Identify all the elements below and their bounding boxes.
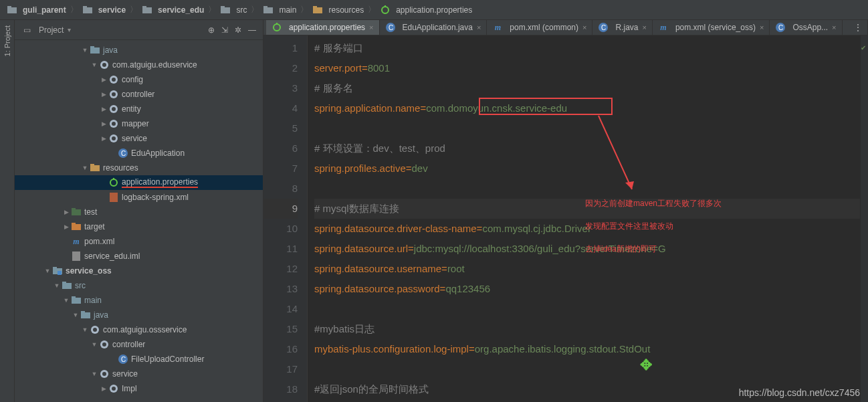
ok-indicator: ✔: [861, 38, 866, 58]
tree-item[interactable]: ▶target: [15, 219, 263, 234]
project-title: Project: [39, 25, 64, 35]
svg-rect-30: [90, 165, 100, 171]
highlight-box: [479, 98, 613, 115]
hide-icon[interactable]: —: [248, 25, 256, 35]
editor-tab[interactable]: COssApp...×: [770, 20, 842, 35]
editor-tab[interactable]: CEduApplication.java×: [380, 20, 487, 35]
svg-rect-45: [72, 298, 81, 304]
svg-rect-36: [72, 208, 76, 210]
svg-point-23: [112, 107, 116, 111]
svg-rect-4: [142, 7, 152, 13]
sidebar-header: ▭Project ▾ ⊕ ⇲ ✲ —: [15, 20, 263, 40]
close-icon[interactable]: ×: [369, 23, 373, 31]
tool-strip: 1: Project: [0, 20, 15, 402]
tree-item[interactable]: ▼java: [15, 308, 263, 322]
tree-item[interactable]: ▶config: [15, 72, 263, 87]
tree-item[interactable]: service_edu.iml: [15, 249, 263, 264]
tree-item[interactable]: CEduApplication: [15, 146, 263, 161]
project-tree[interactable]: ▼java▼com.atguigu.eduservice▶config▶cont…: [15, 40, 263, 402]
svg-rect-35: [72, 209, 81, 215]
svg-rect-37: [72, 224, 81, 230]
tree-item[interactable]: ▼service_oss: [15, 264, 263, 278]
bc-1[interactable]: service: [81, 5, 127, 15]
tree-item[interactable]: ▼java: [15, 43, 263, 58]
tree-item[interactable]: ▼main: [15, 293, 263, 308]
svg-rect-8: [263, 7, 273, 13]
collapse-all-icon[interactable]: ⇲: [221, 25, 228, 35]
editor-tab[interactable]: mpom.xml (common)×: [487, 20, 592, 35]
move-cursor-icon: ✥: [640, 355, 652, 375]
bc-4[interactable]: main: [261, 5, 298, 15]
tree-item[interactable]: application.properties: [15, 175, 263, 190]
code-lines[interactable]: 因为之前创建maven工程失败了很多次 发现配置文件这里被改动 去掉idea新增…: [308, 35, 860, 402]
close-icon[interactable]: ×: [643, 23, 647, 31]
more-tabs[interactable]: ⋮: [849, 20, 868, 35]
svg-rect-42: [58, 271, 62, 275]
svg-rect-6: [221, 7, 230, 13]
bc-3[interactable]: src: [219, 5, 248, 15]
svg-rect-0: [7, 7, 17, 13]
tree-item[interactable]: CFileUploadController: [15, 352, 263, 367]
project-sidebar: ▭Project ▾ ⊕ ⇲ ✲ — ▼java▼com.atguigu.edu…: [15, 20, 263, 402]
editor-tab[interactable]: mpom.xml (service_oss)×: [653, 20, 770, 35]
svg-rect-43: [62, 283, 72, 289]
code-editor[interactable]: 123456789101112131415161718 因为之前创建maven工…: [263, 35, 868, 402]
scroll-from-source-icon[interactable]: ⊕: [208, 25, 215, 35]
svg-rect-7: [221, 6, 225, 8]
settings-icon[interactable]: ✲: [235, 25, 241, 35]
tree-item[interactable]: mpom.xml: [15, 234, 263, 249]
svg-point-19: [112, 78, 116, 82]
svg-rect-5: [142, 6, 146, 8]
svg-point-52: [102, 342, 106, 346]
tree-item[interactable]: ▶Impl: [15, 381, 263, 396]
tree-item[interactable]: ▼src: [15, 278, 263, 293]
tree-item[interactable]: ▶service: [15, 131, 263, 146]
project-icon: ▭: [21, 25, 32, 35]
tree-item[interactable]: ▶mapper: [15, 116, 263, 131]
tree-item[interactable]: ▼resources: [15, 161, 263, 175]
bc-sep: 〉: [68, 4, 81, 15]
svg-rect-1: [7, 6, 11, 8]
bc-6[interactable]: application.properties: [378, 5, 473, 15]
close-icon[interactable]: ×: [582, 23, 586, 31]
tree-item[interactable]: logback-spring.xml: [15, 190, 263, 205]
close-icon[interactable]: ×: [760, 23, 764, 31]
svg-rect-47: [81, 312, 90, 318]
bc-2[interactable]: service_edu: [140, 5, 205, 15]
editor-area: application.properties×CEduApplication.j…: [263, 20, 868, 402]
bc-5[interactable]: resources: [311, 5, 365, 15]
svg-point-32: [110, 179, 117, 186]
annotation-1: 因为之前创建maven工程失败了很多次: [585, 193, 722, 213]
watermark: https://blog.csdn.net/cxz7456: [739, 387, 860, 398]
svg-point-17: [102, 63, 106, 67]
svg-text:C: C: [601, 24, 606, 31]
tree-item[interactable]: ▼service: [15, 367, 263, 381]
svg-text:C: C: [121, 150, 126, 157]
tree-item[interactable]: ▶controller: [15, 87, 263, 102]
svg-point-50: [93, 328, 97, 332]
svg-point-58: [112, 387, 116, 391]
tree-item[interactable]: ▶test: [15, 205, 263, 219]
breadcrumb: guli_parent 〉 service 〉 service_edu 〉 sr…: [0, 0, 868, 20]
close-icon[interactable]: ×: [477, 23, 481, 31]
svg-point-21: [112, 92, 116, 96]
close-icon[interactable]: ×: [832, 23, 836, 31]
svg-point-59: [274, 24, 280, 31]
tree-item[interactable]: ▶entity: [15, 102, 263, 116]
svg-rect-14: [90, 47, 100, 54]
editor-tab[interactable]: CR.java×: [592, 20, 652, 35]
svg-text:C: C: [389, 24, 393, 31]
tree-item[interactable]: ▼com.atguigu.eduservice: [15, 58, 263, 72]
line-gutter: 123456789101112131415161718: [263, 35, 308, 402]
editor-tab[interactable]: application.properties×: [266, 20, 380, 35]
bc-0[interactable]: guli_parent: [5, 5, 68, 15]
svg-point-12: [382, 7, 389, 13]
svg-rect-44: [62, 282, 66, 284]
project-tool-button[interactable]: 1: Project: [3, 25, 11, 56]
error-stripe: ✔: [860, 35, 868, 402]
editor-tabs: application.properties×CEduApplication.j…: [263, 20, 868, 35]
svg-rect-11: [313, 6, 317, 8]
svg-rect-34: [110, 193, 118, 202]
tree-item[interactable]: ▼controller: [15, 337, 263, 352]
tree-item[interactable]: ▼com.atguigu.ossservice: [15, 322, 263, 337]
